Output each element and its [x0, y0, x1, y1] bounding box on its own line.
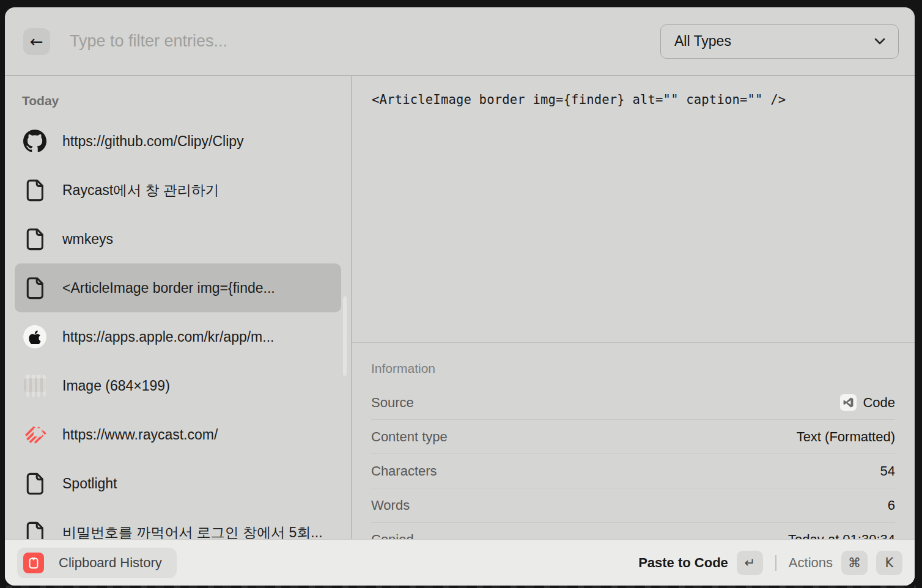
info-label: Source	[371, 395, 414, 411]
back-arrow-icon: ←	[30, 32, 43, 51]
app-name: Clipboard History	[59, 555, 162, 571]
information-rows: SourceCodeContent typeText (Formatted)Ch…	[371, 386, 895, 539]
github-icon	[23, 130, 46, 153]
entry-label: <ArticleImage border img={finde...	[62, 280, 275, 296]
entries-list: https://github.com/Clipy/ClipyRaycast에서 …	[5, 117, 351, 539]
section-label-today: Today	[22, 92, 351, 109]
clipboard-entry[interactable]: Raycast에서 창 관리하기	[15, 166, 341, 215]
return-key-hint: ↵	[737, 551, 763, 575]
entry-label: wmkeys	[62, 231, 113, 248]
info-value-text: Today at 01:30:34	[788, 532, 895, 539]
document-icon	[23, 472, 46, 495]
entry-label: Image (684×199)	[62, 378, 170, 394]
document-icon	[23, 227, 46, 251]
type-filter-value: All Types	[674, 33, 731, 50]
footer-actions: Paste to Code ↵ Actions ⌘ K	[638, 551, 902, 575]
entry-label: Raycast에서 창 관리하기	[62, 181, 219, 200]
info-row: Content typeText (Formatted)	[371, 420, 895, 454]
cmd-key-hint: ⌘	[841, 551, 868, 575]
clipboard-entry[interactable]: wmkeys	[15, 215, 341, 263]
actions-button[interactable]: Actions	[789, 555, 833, 571]
info-value: Text (Formatted)	[797, 429, 895, 445]
entries-list-pane: Today https://github.com/Clipy/ClipyRayc…	[5, 76, 351, 539]
clipboard-history-window: ← All Types Today https://github.com/Cli…	[5, 7, 915, 586]
clipboard-entry[interactable]: Image (684×199)	[15, 361, 341, 410]
clipboard-entry[interactable]: Spotlight	[15, 459, 341, 508]
entry-label: 비밀번호를 까먹어서 로그인 창에서 5회...	[62, 523, 323, 540]
raycast-icon	[23, 423, 46, 446]
clipboard-entry[interactable]: 비밀번호를 까먹어서 로그인 창에서 5회...	[15, 508, 341, 539]
info-row: SourceCode	[371, 386, 895, 420]
type-filter-dropdown[interactable]: All Types	[660, 24, 899, 59]
filter-input[interactable]	[70, 32, 660, 51]
clipboard-entry[interactable]: <ArticleImage border img={finde...	[15, 263, 341, 312]
info-label: Content type	[371, 429, 448, 445]
clipboard-entry[interactable]: https://www.raycast.com/	[15, 410, 341, 459]
info-value-text: Code	[863, 395, 895, 411]
entry-label: https://www.raycast.com/	[62, 427, 218, 443]
entry-label: Spotlight	[62, 476, 117, 492]
info-value: 6	[888, 498, 895, 513]
info-value-text: 6	[888, 498, 895, 513]
info-row: Characters54	[371, 454, 895, 488]
detail-pane: <ArticleImage border img={finder} alt=""…	[352, 76, 915, 539]
info-label: Copied	[371, 532, 414, 539]
info-value: Today at 01:30:34	[788, 532, 895, 539]
entry-label: https://apps.apple.com/kr/app/m...	[62, 329, 274, 345]
information-title: Information	[371, 360, 895, 377]
info-value-text: Text (Formatted)	[797, 429, 895, 445]
image-thumbnail-icon	[23, 374, 46, 397]
k-key-hint: K	[876, 551, 902, 575]
app-identity[interactable]: Clipboard History	[17, 548, 177, 578]
info-value-text: 54	[880, 463, 895, 479]
info-value: 54	[880, 463, 895, 479]
code-preview: <ArticleImage border img={finder} alt=""…	[352, 76, 915, 107]
clipboard-entry[interactable]: https://github.com/Clipy/Clipy	[15, 117, 341, 166]
chevron-down-icon	[874, 37, 886, 45]
apple-icon	[23, 325, 46, 348]
info-row: CopiedToday at 01:30:34	[371, 523, 895, 539]
info-value: Code	[840, 394, 895, 411]
document-icon	[23, 276, 46, 300]
info-row: Words6	[371, 488, 895, 523]
info-label: Characters	[371, 463, 437, 479]
entry-label: https://github.com/Clipy/Clipy	[62, 133, 244, 150]
document-icon	[23, 178, 46, 202]
back-button[interactable]: ←	[23, 28, 50, 55]
information-section: Information SourceCodeContent typeText (…	[352, 342, 915, 539]
document-icon	[23, 521, 46, 539]
scrollbar-thumb[interactable]	[343, 296, 347, 376]
main-split: Today https://github.com/Clipy/ClipyRayc…	[5, 76, 915, 539]
action-bar: Clipboard History Paste to Code ↵ Action…	[5, 539, 915, 586]
clipboard-app-icon	[23, 553, 44, 573]
clipboard-entry[interactable]: https://apps.apple.com/kr/app/m...	[15, 312, 341, 361]
footer-divider	[775, 555, 776, 571]
paste-to-code-button[interactable]: Paste to Code	[638, 555, 728, 571]
vscode-icon	[840, 394, 857, 411]
top-bar: ← All Types	[5, 7, 915, 76]
info-label: Words	[371, 498, 410, 513]
